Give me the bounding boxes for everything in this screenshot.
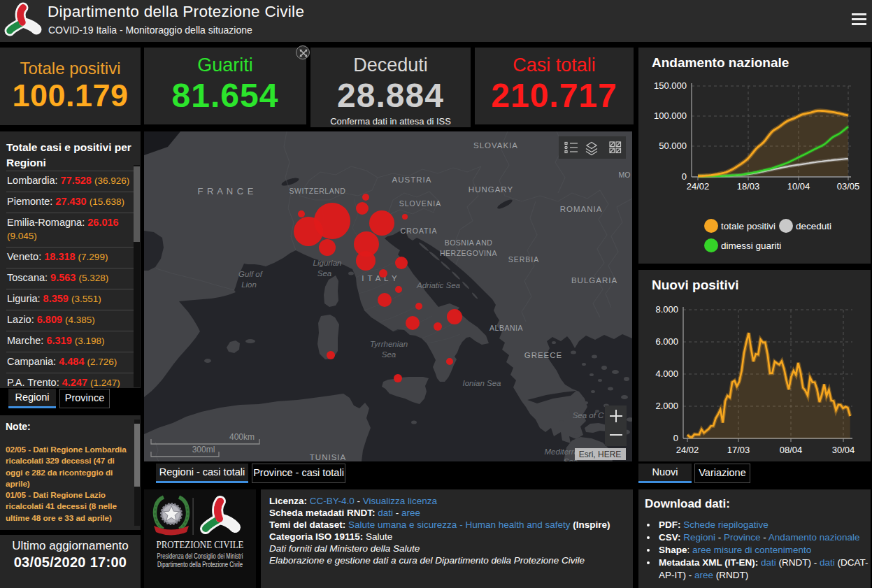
svg-text:150.000: 150.000 (654, 80, 687, 91)
svg-text:BOSNIA AND: BOSNIA AND (445, 238, 493, 247)
svg-text:deceduti: deceduti (796, 221, 831, 231)
svg-text:GREECE: GREECE (524, 351, 563, 359)
svg-text:24/02: 24/02 (676, 445, 699, 455)
svg-text:Gulf of: Gulf of (238, 270, 264, 278)
svg-text:SLOVENIA: SLOVENIA (399, 199, 442, 208)
svg-text:ALBANIA: ALBANIA (489, 324, 523, 332)
svg-text:17/03: 17/03 (727, 445, 750, 455)
svg-text:SLOVAKIA: SLOVAKIA (473, 141, 518, 150)
svg-text:Dipartimento della Protezione: Dipartimento della Protezione Civile (157, 560, 243, 568)
svg-text:03/05: 03/05 (837, 181, 860, 192)
svg-text:HERZEGOVINA: HERZEGOVINA (440, 249, 497, 257)
svg-text:Adriatic Sea: Adriatic Sea (416, 281, 460, 289)
svg-text:08/04: 08/04 (780, 445, 803, 455)
svg-text:8.000: 8.000 (655, 304, 678, 315)
svg-text:ROMANIA: ROMANIA (560, 205, 603, 213)
svg-text:BULGARIA: BULGARIA (571, 276, 617, 285)
svg-text:6.000: 6.000 (655, 336, 678, 347)
svg-text:SERBIA: SERBIA (508, 255, 540, 264)
svg-text:100.000: 100.000 (654, 110, 687, 121)
svg-text:Lion: Lion (241, 280, 257, 289)
svg-text:18/03: 18/03 (737, 181, 760, 192)
svg-text:300ml: 300ml (192, 445, 215, 454)
svg-text:totale positivi: totale positivi (721, 221, 775, 231)
svg-text:SWITZERLAND: SWITZERLAND (290, 187, 346, 195)
svg-text:Esri, HERE: Esri, HERE (579, 450, 622, 459)
svg-text:0: 0 (682, 171, 687, 182)
svg-text:Presidenza del Consiglio dei M: Presidenza del Consiglio dei Ministri (157, 552, 243, 560)
svg-text:2.000: 2.000 (655, 401, 678, 411)
svg-text:Ligurian: Ligurian (313, 259, 342, 267)
svg-text:400km: 400km (229, 432, 255, 442)
svg-text:30/04: 30/04 (832, 445, 855, 455)
svg-text:Tyrrhenian: Tyrrhenian (370, 340, 408, 348)
svg-text:AUSTRIA: AUSTRIA (392, 175, 432, 184)
svg-text:4.000: 4.000 (655, 368, 678, 379)
svg-text:HUNGARY: HUNGARY (469, 185, 513, 194)
svg-text:F R A N C E: F R A N C E (197, 186, 254, 196)
svg-text:0: 0 (673, 433, 678, 443)
svg-text:24/02: 24/02 (687, 181, 710, 192)
svg-text:MO: MO (619, 171, 631, 179)
svg-text:Ionian Sea: Ionian Sea (463, 379, 501, 387)
svg-text:TUNISIA: TUNISIA (310, 453, 346, 461)
svg-text:Sea: Sea (382, 350, 396, 359)
svg-text:CROATIA: CROATIA (401, 227, 438, 235)
svg-text:Sea: Sea (317, 269, 331, 278)
svg-text:PROTEZIONE CIVILE: PROTEZIONE CIVILE (157, 539, 244, 550)
svg-text:dimessi guariti: dimessi guariti (721, 241, 781, 251)
svg-text:Sea of C: Sea of C (573, 411, 604, 420)
svg-text:50.000: 50.000 (659, 141, 687, 151)
svg-text:10/04: 10/04 (787, 181, 810, 192)
